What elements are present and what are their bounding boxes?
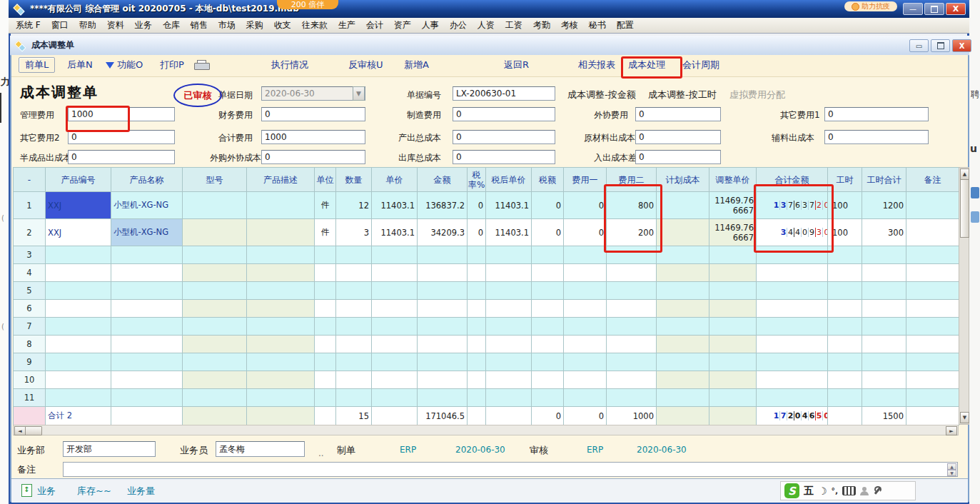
semi-cost-field[interactable] (68, 150, 175, 164)
cell-tax[interactable] (532, 389, 564, 407)
total-fee-field[interactable] (261, 130, 365, 144)
menu-item-9[interactable]: 收支 (274, 19, 291, 31)
cell-taxrate[interactable] (468, 353, 486, 371)
menu-item-17[interactable]: 工资 (505, 19, 522, 31)
cell-hsum[interactable]: 1200 (862, 192, 906, 219)
cell-code[interactable] (46, 389, 111, 407)
menu-item-8[interactable]: 采购 (246, 19, 263, 31)
column-header-price[interactable]: 单价 (372, 168, 418, 192)
cell-code[interactable] (46, 246, 111, 264)
cell-model[interactable] (183, 336, 247, 353)
cell-note[interactable] (906, 336, 959, 353)
menu-item-2[interactable]: 帮助 (79, 19, 96, 31)
cell-amount[interactable] (418, 318, 468, 336)
cell-code[interactable] (46, 336, 111, 353)
cell-aftertax[interactable] (486, 371, 532, 389)
cell-unit[interactable] (315, 246, 336, 264)
purchase-cost-field[interactable] (261, 150, 365, 164)
cell-tax[interactable] (532, 300, 564, 318)
cell-plan[interactable] (657, 300, 709, 318)
menu-item-19[interactable]: 考核 (561, 19, 578, 31)
menu-item-18[interactable]: 考勤 (533, 19, 550, 31)
cell-code[interactable] (46, 300, 111, 318)
column-header-fee1[interactable]: 费用一 (564, 168, 607, 192)
scroll-left-button[interactable]: ◄ (14, 426, 26, 435)
other-fee1-field[interactable] (824, 107, 929, 121)
cell-aftertax[interactable] (486, 407, 532, 425)
cell-taxrate[interactable] (468, 371, 486, 389)
cell-qty[interactable] (336, 371, 372, 389)
column-header-tax[interactable]: 税额 (532, 168, 564, 192)
column-header-adj[interactable]: 调整单价 (709, 168, 757, 192)
cell-amount[interactable] (418, 371, 468, 389)
cell-taxrate[interactable] (468, 282, 486, 300)
cell-fee2[interactable] (607, 353, 657, 371)
column-header-plan[interactable]: 计划成本 (657, 168, 709, 192)
cell-fee2[interactable] (607, 264, 657, 282)
cell-aftertax[interactable]: 11403.1 (486, 219, 532, 246)
cell-name[interactable]: 小型机-XG-NG (111, 192, 183, 219)
cell-model[interactable] (183, 282, 247, 300)
cell-taxrate[interactable] (468, 300, 486, 318)
cell-qty[interactable] (336, 282, 372, 300)
cell-price[interactable] (372, 300, 418, 318)
cell-aftertax[interactable]: 11403.1 (486, 192, 532, 219)
cell-unit[interactable]: 件 (315, 219, 336, 246)
cell-qty[interactable] (336, 353, 372, 371)
cell-num[interactable]: 2 (14, 219, 46, 246)
cell-aftertax[interactable] (486, 264, 532, 282)
vertical-scrollbar[interactable]: ▲ ▼ (959, 167, 969, 425)
child-restore-button[interactable] (931, 39, 950, 52)
cell-num[interactable]: 11 (14, 389, 46, 407)
column-header-code[interactable]: 产品编号 (46, 168, 111, 192)
cell-desc[interactable] (247, 407, 315, 425)
scroll-right-button[interactable]: ► (946, 426, 957, 435)
stockout-cost-field[interactable] (453, 150, 555, 164)
cell-tax[interactable] (532, 318, 564, 336)
column-header-num[interactable]: - (14, 168, 46, 192)
adjust-by-hours-link[interactable]: 成本调整-按工时 (648, 89, 717, 101)
cell-code[interactable] (46, 264, 111, 282)
cell-note[interactable] (906, 318, 959, 336)
cell-qty[interactable]: 15 (336, 407, 372, 425)
sogou-logo-icon[interactable]: S (784, 483, 799, 498)
cell-model[interactable] (183, 192, 247, 219)
cell-plan[interactable] (657, 318, 709, 336)
cell-fee1[interactable] (564, 318, 607, 336)
cell-hours[interactable] (828, 264, 862, 282)
cell-name[interactable] (111, 407, 183, 425)
cell-model[interactable] (183, 219, 247, 246)
cell-num[interactable]: 10 (14, 371, 46, 389)
cell-tax[interactable] (532, 371, 564, 389)
cell-total[interactable] (757, 353, 828, 371)
cell-tax[interactable]: 0 (532, 219, 564, 246)
cell-num[interactable]: 5 (14, 282, 46, 300)
other-fee2-field[interactable] (68, 130, 175, 144)
cell-unit[interactable] (315, 371, 336, 389)
cell-hours[interactable] (828, 318, 862, 336)
cell-qty[interactable] (336, 300, 372, 318)
cell-plan[interactable] (657, 282, 709, 300)
cell-adj[interactable] (709, 246, 757, 264)
cell-qty[interactable] (336, 336, 372, 353)
cell-note[interactable] (906, 246, 959, 264)
cell-adj[interactable] (709, 389, 757, 407)
cell-desc[interactable] (247, 371, 315, 389)
cell-num[interactable]: 8 (14, 336, 46, 353)
cell-num[interactable]: 3 (14, 246, 46, 264)
cell-unit[interactable] (315, 353, 336, 371)
scroll-down-button[interactable]: ▼ (960, 412, 969, 423)
adjust-by-amount-link[interactable]: 成本调整-按金额 (567, 89, 636, 101)
cell-code[interactable] (46, 353, 111, 371)
cell-unit[interactable] (315, 318, 336, 336)
cell-aftertax[interactable] (486, 389, 532, 407)
cell-tax[interactable] (532, 353, 564, 371)
remark-spinner[interactable]: ▲▼ (947, 463, 956, 475)
column-header-taxrate[interactable]: 税率% (468, 168, 486, 192)
cell-num[interactable]: 9 (14, 353, 46, 371)
cell-fee2[interactable] (607, 300, 657, 318)
cell-num[interactable] (14, 407, 46, 425)
cell-name[interactable] (111, 336, 183, 353)
cell-name[interactable] (111, 282, 183, 300)
cell-qty[interactable] (336, 318, 372, 336)
